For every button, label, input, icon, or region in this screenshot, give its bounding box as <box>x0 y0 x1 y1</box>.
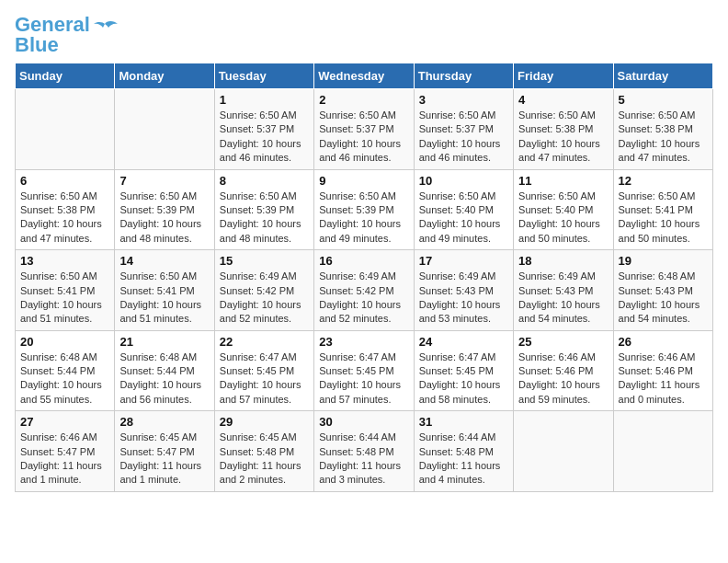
day-details: Sunrise: 6:47 AM Sunset: 5:45 PM Dayligh… <box>319 350 408 408</box>
calendar-cell: 28Sunrise: 6:45 AM Sunset: 5:47 PM Dayli… <box>115 411 214 492</box>
calendar-cell: 12Sunrise: 6:50 AM Sunset: 5:41 PM Dayli… <box>613 169 712 250</box>
day-details: Sunrise: 6:46 AM Sunset: 5:47 PM Dayligh… <box>20 431 109 488</box>
calendar-cell: 30Sunrise: 6:44 AM Sunset: 5:48 PM Dayli… <box>314 411 414 492</box>
day-details: Sunrise: 6:50 AM Sunset: 5:38 PM Dayligh… <box>518 109 608 166</box>
day-number: 4 <box>518 93 608 107</box>
day-number: 25 <box>518 335 608 349</box>
day-number: 17 <box>419 254 508 268</box>
calendar-cell: 16Sunrise: 6:49 AM Sunset: 5:42 PM Dayli… <box>314 250 414 331</box>
day-number: 29 <box>220 415 309 429</box>
day-details: Sunrise: 6:49 AM Sunset: 5:42 PM Dayligh… <box>220 270 309 327</box>
day-details: Sunrise: 6:45 AM Sunset: 5:47 PM Dayligh… <box>119 431 209 488</box>
weekday-header-saturday: Saturday <box>613 63 712 89</box>
calendar-cell: 22Sunrise: 6:47 AM Sunset: 5:45 PM Dayli… <box>214 330 313 411</box>
day-number: 15 <box>220 254 309 268</box>
day-number: 24 <box>419 335 508 349</box>
day-number: 28 <box>119 415 209 429</box>
calendar-week-row: 6Sunrise: 6:50 AM Sunset: 5:38 PM Daylig… <box>16 169 713 250</box>
day-details: Sunrise: 6:50 AM Sunset: 5:38 PM Dayligh… <box>619 109 708 166</box>
day-details: Sunrise: 6:50 AM Sunset: 5:39 PM Dayligh… <box>220 190 309 247</box>
day-details: Sunrise: 6:48 AM Sunset: 5:44 PM Dayligh… <box>119 350 209 408</box>
day-number: 1 <box>220 93 309 107</box>
calendar-cell: 7Sunrise: 6:50 AM Sunset: 5:39 PM Daylig… <box>115 169 214 250</box>
day-details: Sunrise: 6:49 AM Sunset: 5:42 PM Dayligh… <box>319 270 408 327</box>
day-number: 21 <box>119 335 209 349</box>
calendar-cell: 19Sunrise: 6:48 AM Sunset: 5:43 PM Dayli… <box>613 250 712 331</box>
weekday-header-wednesday: Wednesday <box>314 63 414 89</box>
day-details: Sunrise: 6:50 AM Sunset: 5:40 PM Dayligh… <box>518 190 608 247</box>
calendar-cell: 26Sunrise: 6:46 AM Sunset: 5:46 PM Dayli… <box>613 330 712 411</box>
calendar-cell: 9Sunrise: 6:50 AM Sunset: 5:39 PM Daylig… <box>314 169 414 250</box>
page-header: General Blue <box>15 15 713 55</box>
day-details: Sunrise: 6:50 AM Sunset: 5:38 PM Dayligh… <box>20 190 109 247</box>
calendar-cell: 20Sunrise: 6:48 AM Sunset: 5:44 PM Dayli… <box>16 330 115 411</box>
calendar-cell: 5Sunrise: 6:50 AM Sunset: 5:38 PM Daylig… <box>613 89 712 170</box>
weekday-header-sunday: Sunday <box>16 63 115 89</box>
day-number: 23 <box>319 335 408 349</box>
day-details: Sunrise: 6:49 AM Sunset: 5:43 PM Dayligh… <box>518 270 608 327</box>
calendar-cell: 17Sunrise: 6:49 AM Sunset: 5:43 PM Dayli… <box>414 250 513 331</box>
day-details: Sunrise: 6:44 AM Sunset: 5:48 PM Dayligh… <box>419 431 508 488</box>
day-number: 22 <box>220 335 309 349</box>
calendar-cell: 2Sunrise: 6:50 AM Sunset: 5:37 PM Daylig… <box>314 89 414 170</box>
day-number: 30 <box>319 415 408 429</box>
day-details: Sunrise: 6:47 AM Sunset: 5:45 PM Dayligh… <box>419 350 508 408</box>
logo-bird-icon <box>92 20 118 40</box>
calendar-week-row: 1Sunrise: 6:50 AM Sunset: 5:37 PM Daylig… <box>16 89 713 170</box>
day-details: Sunrise: 6:49 AM Sunset: 5:43 PM Dayligh… <box>419 270 508 327</box>
logo-text: General Blue <box>15 15 90 55</box>
day-number: 16 <box>319 254 408 268</box>
weekday-header-friday: Friday <box>514 63 613 89</box>
calendar-cell: 21Sunrise: 6:48 AM Sunset: 5:44 PM Dayli… <box>115 330 214 411</box>
calendar-cell <box>16 89 115 170</box>
day-details: Sunrise: 6:50 AM Sunset: 5:37 PM Dayligh… <box>220 109 309 166</box>
calendar-cell <box>613 411 712 492</box>
day-number: 3 <box>419 93 508 107</box>
calendar-cell: 14Sunrise: 6:50 AM Sunset: 5:41 PM Dayli… <box>115 250 214 331</box>
calendar-cell: 8Sunrise: 6:50 AM Sunset: 5:39 PM Daylig… <box>214 169 313 250</box>
day-details: Sunrise: 6:46 AM Sunset: 5:46 PM Dayligh… <box>619 350 708 408</box>
day-details: Sunrise: 6:48 AM Sunset: 5:43 PM Dayligh… <box>619 270 708 327</box>
calendar-cell: 31Sunrise: 6:44 AM Sunset: 5:48 PM Dayli… <box>414 411 513 492</box>
day-number: 19 <box>619 254 708 268</box>
day-number: 11 <box>518 174 608 188</box>
day-number: 27 <box>20 415 109 429</box>
day-number: 14 <box>119 254 209 268</box>
day-details: Sunrise: 6:50 AM Sunset: 5:39 PM Dayligh… <box>319 190 408 247</box>
weekday-header-thursday: Thursday <box>414 63 513 89</box>
calendar-cell: 6Sunrise: 6:50 AM Sunset: 5:38 PM Daylig… <box>16 169 115 250</box>
day-details: Sunrise: 6:50 AM Sunset: 5:41 PM Dayligh… <box>20 270 109 327</box>
calendar-cell: 25Sunrise: 6:46 AM Sunset: 5:46 PM Dayli… <box>514 330 613 411</box>
day-number: 2 <box>319 93 408 107</box>
weekday-header-monday: Monday <box>115 63 214 89</box>
calendar-table: SundayMondayTuesdayWednesdayThursdayFrid… <box>15 63 713 492</box>
calendar-cell <box>115 89 214 170</box>
day-details: Sunrise: 6:44 AM Sunset: 5:48 PM Dayligh… <box>319 431 408 488</box>
calendar-cell: 13Sunrise: 6:50 AM Sunset: 5:41 PM Dayli… <box>16 250 115 331</box>
calendar-week-row: 20Sunrise: 6:48 AM Sunset: 5:44 PM Dayli… <box>16 330 713 411</box>
day-number: 7 <box>119 174 209 188</box>
calendar-cell: 11Sunrise: 6:50 AM Sunset: 5:40 PM Dayli… <box>514 169 613 250</box>
day-number: 26 <box>619 335 708 349</box>
day-details: Sunrise: 6:47 AM Sunset: 5:45 PM Dayligh… <box>220 350 309 408</box>
day-number: 5 <box>619 93 708 107</box>
calendar-cell: 3Sunrise: 6:50 AM Sunset: 5:37 PM Daylig… <box>414 89 513 170</box>
calendar-cell: 10Sunrise: 6:50 AM Sunset: 5:40 PM Dayli… <box>414 169 513 250</box>
calendar-cell <box>514 411 613 492</box>
calendar-cell: 23Sunrise: 6:47 AM Sunset: 5:45 PM Dayli… <box>314 330 414 411</box>
day-number: 20 <box>20 335 109 349</box>
day-number: 6 <box>20 174 109 188</box>
weekday-header-tuesday: Tuesday <box>214 63 313 89</box>
calendar-cell: 1Sunrise: 6:50 AM Sunset: 5:37 PM Daylig… <box>214 89 313 170</box>
logo: General Blue <box>15 15 118 55</box>
day-number: 8 <box>220 174 309 188</box>
calendar-cell: 27Sunrise: 6:46 AM Sunset: 5:47 PM Dayli… <box>16 411 115 492</box>
day-number: 13 <box>20 254 109 268</box>
day-number: 18 <box>518 254 608 268</box>
day-number: 12 <box>619 174 708 188</box>
calendar-cell: 15Sunrise: 6:49 AM Sunset: 5:42 PM Dayli… <box>214 250 313 331</box>
day-details: Sunrise: 6:50 AM Sunset: 5:41 PM Dayligh… <box>119 270 209 327</box>
day-number: 31 <box>419 415 508 429</box>
day-details: Sunrise: 6:45 AM Sunset: 5:48 PM Dayligh… <box>220 431 309 488</box>
calendar-cell: 18Sunrise: 6:49 AM Sunset: 5:43 PM Dayli… <box>514 250 613 331</box>
